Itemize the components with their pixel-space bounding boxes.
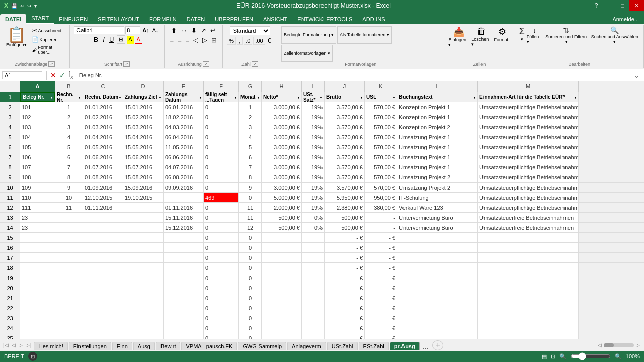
col-header-I[interactable]: I — [302, 81, 325, 92]
cell-D21[interactable] — [123, 293, 164, 303]
col-header-A[interactable]: A — [20, 81, 55, 92]
cell-J7[interactable]: 3.570,00 € — [325, 152, 365, 162]
tab-addins[interactable]: ADD-INS — [357, 14, 390, 24]
cell-D18[interactable] — [123, 263, 164, 273]
cell-G4[interactable]: 3 — [239, 122, 262, 132]
cell-L9[interactable]: Umsatzung Projekt 2 — [397, 172, 478, 182]
cell-I21[interactable] — [302, 293, 325, 303]
copy-button[interactable]: 📄Kopieren — [31, 36, 66, 43]
cell-L4[interactable]: Konzeption Projekt 2 — [397, 122, 478, 132]
sheet-tab-prausg[interactable]: pr.Ausg — [390, 342, 420, 350]
L1-filter[interactable]: ▼ — [473, 95, 476, 99]
col-header-L[interactable]: L — [397, 81, 478, 92]
cell-A23[interactable] — [20, 313, 55, 323]
cell-A13[interactable]: 23 — [20, 213, 55, 222]
cell-B15[interactable] — [55, 233, 83, 242]
cell-B2[interactable]: 1 — [55, 102, 83, 112]
cell-I4[interactable]: 19% — [302, 122, 325, 132]
cell-G11[interactable]: 0 — [239, 193, 262, 202]
cell-A3[interactable]: 102 — [20, 112, 55, 122]
cell-L13[interactable]: Untervermietung Büro — [397, 213, 478, 222]
cell-K10[interactable]: 570,00 € — [365, 183, 397, 192]
cell-G23[interactable]: 0 — [239, 313, 262, 323]
cell-M1[interactable]: Einnahmen-Art für die Tabelle EÜR* ▼ — [478, 92, 579, 102]
cell-D13[interactable] — [123, 213, 164, 222]
sheet-first-btn[interactable]: |◁ — [2, 342, 10, 348]
cell-B6[interactable]: 5 — [55, 142, 83, 152]
insert-cells-button[interactable]: 📥 Einfügen ▾ — [448, 26, 469, 62]
cell-G25[interactable]: 0 — [239, 333, 262, 339]
cancel-formula-icon[interactable]: ✕ — [49, 71, 58, 79]
cell-A25[interactable] — [20, 333, 55, 339]
cell-B16[interactable] — [55, 243, 83, 252]
cell-B20[interactable] — [55, 283, 83, 293]
cell-L15[interactable] — [397, 233, 478, 242]
tab-uberpruefen[interactable]: ÜBERPRÜFEN — [210, 14, 258, 24]
cell-E1[interactable]: Zahlungs Datum ▼ — [164, 92, 204, 102]
cell-M2[interactable]: Umsatzsteuerpflichtige Betriebseinnahmen — [478, 102, 579, 112]
tab-start[interactable]: START — [26, 13, 54, 24]
cell-E9[interactable]: 06.08.2016 — [164, 172, 204, 182]
cell-A6[interactable]: 105 — [20, 142, 55, 152]
cell-D3[interactable]: 15.02.2016 — [123, 112, 164, 122]
col-header-C[interactable]: C — [83, 81, 123, 92]
minimize-button[interactable]: ─ — [602, 3, 616, 9]
format-cells-button[interactable]: ⚙ Format - — [494, 26, 511, 62]
sort-filter-button[interactable]: ⇅ Sortieren und Filtern ▾ — [544, 26, 588, 44]
row-num-5[interactable]: 5 — [0, 132, 20, 142]
cell-H9[interactable]: 3.000,00 € — [262, 172, 302, 182]
cell-K14[interactable]: - — [365, 223, 397, 232]
font-color-button[interactable]: A — [135, 36, 142, 44]
cell-H23[interactable] — [262, 313, 302, 323]
add-sheet-button[interactable]: + — [432, 340, 443, 350]
cell-B18[interactable] — [55, 263, 83, 273]
cell-F1[interactable]: fällig seit ...Tagen ▼ — [204, 92, 239, 102]
cell-D8[interactable]: 15.07.2016 — [123, 162, 164, 172]
cell-H13[interactable]: 500,00 € — [262, 213, 302, 222]
cell-E7[interactable]: 06.06.2016 — [164, 152, 204, 162]
cell-B11[interactable]: 10 — [55, 193, 83, 202]
cell-E22[interactable] — [164, 303, 204, 313]
cell-H10[interactable]: 3.000,00 € — [262, 183, 302, 192]
row-num-16[interactable]: 16 — [0, 243, 20, 253]
cell-C17[interactable] — [83, 253, 123, 262]
cell-L17[interactable] — [397, 253, 478, 262]
cell-D22[interactable] — [123, 303, 164, 313]
col-header-K[interactable]: K — [365, 81, 397, 92]
cell-B12[interactable]: 11 — [55, 203, 83, 212]
cell-M25[interactable] — [478, 333, 579, 339]
cell-D12[interactable] — [123, 203, 164, 212]
cell-A10[interactable]: 109 — [20, 183, 55, 192]
cell-I25[interactable] — [302, 333, 325, 339]
cell-I13[interactable]: 0% — [302, 213, 325, 222]
cell-D15[interactable] — [123, 233, 164, 242]
cell-G8[interactable]: 7 — [239, 162, 262, 172]
cell-L25[interactable] — [397, 333, 478, 339]
cell-M13[interactable]: Umsatzsteuerfreie Betriebseinnahmen — [478, 213, 579, 222]
cell-J19[interactable]: - € — [325, 273, 365, 283]
cell-J5[interactable]: 3.570,00 € — [325, 132, 365, 142]
M1-filter[interactable]: ▼ — [574, 95, 577, 99]
cell-K1[interactable]: USt. ▼ — [365, 92, 397, 102]
cell-I3[interactable]: 19% — [302, 112, 325, 122]
merge-cells[interactable]: ⊞ — [210, 36, 218, 44]
cell-B9[interactable]: 8 — [55, 172, 83, 182]
clipboard-expand[interactable]: ↗ — [48, 61, 55, 67]
font-expand[interactable]: ↗ — [123, 61, 130, 67]
cell-F6[interactable]: 0 — [204, 142, 239, 152]
cell-K23[interactable]: - € — [365, 313, 397, 323]
cell-E8[interactable]: 04.07.2016 — [164, 162, 204, 172]
col-header-F[interactable]: F — [204, 81, 239, 92]
cell-E11[interactable] — [164, 193, 204, 202]
cell-G22[interactable]: 0 — [239, 303, 262, 313]
cell-name-box[interactable] — [2, 71, 42, 79]
cell-F7[interactable]: 0 — [204, 152, 239, 162]
cell-L1[interactable]: Buchungstext ▼ — [397, 92, 478, 102]
cell-D19[interactable] — [123, 273, 164, 283]
cell-G24[interactable]: 0 — [239, 323, 262, 333]
cell-L20[interactable] — [397, 283, 478, 293]
cell-B21[interactable] — [55, 293, 83, 303]
cell-K6[interactable]: 570,00 € — [365, 142, 397, 152]
cell-K12[interactable]: 380,00 € — [365, 203, 397, 212]
cell-H22[interactable] — [262, 303, 302, 313]
